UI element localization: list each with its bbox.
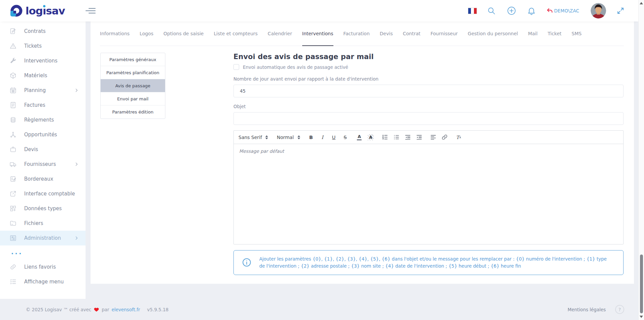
sidebar-item-materiels[interactable]: Matériels <box>0 68 86 83</box>
sidebar-item-opportunites[interactable]: Opportunités <box>0 127 86 142</box>
tab-mail[interactable]: Mail <box>528 21 537 46</box>
tab-calendrier[interactable]: Calendrier <box>268 21 292 46</box>
sidebar-item-factures[interactable]: Factures <box>0 98 86 112</box>
submenu-parametres-generaux[interactable]: Paramètres généraux <box>101 53 165 66</box>
sidebar-item-interventions[interactable]: Interventions <box>0 53 86 68</box>
submenu-parametres-planification[interactable]: Paramètres planification <box>101 66 165 79</box>
bullet-list-icon[interactable] <box>393 134 399 141</box>
logisav-logo-icon <box>10 4 23 17</box>
tab-informations[interactable]: Informations <box>100 21 129 46</box>
page-scrollbar[interactable] <box>638 0 644 320</box>
sidebar-item-bordereaux[interactable]: Bordereaux <box>0 172 86 186</box>
sidebar-more-dots[interactable]: ... <box>0 245 86 255</box>
scroll-up-arrow-icon[interactable] <box>640 2 643 4</box>
truck-icon <box>9 161 17 168</box>
submenu-envoi-par-mail[interactable]: Envoi par mail <box>101 92 165 105</box>
language-flag-icon[interactable] <box>468 8 477 14</box>
parameters-info-text: Ajouter les paramètres {0}, {1}, {2}, {3… <box>259 256 608 270</box>
text-color-icon[interactable]: A <box>356 134 363 141</box>
sidebar-item-administration[interactable]: Administration <box>0 231 86 245</box>
auto-send-checkbox[interactable] <box>233 64 239 70</box>
tab-fournisseur[interactable]: Fournisseur <box>430 21 458 46</box>
fullscreen-expand-icon[interactable] <box>615 5 626 16</box>
strikethrough-icon[interactable]: S <box>342 134 348 141</box>
tab-facturation[interactable]: Facturation <box>343 21 370 46</box>
sidebar-toggle-icon[interactable] <box>86 8 96 14</box>
clear-format-icon[interactable]: Tx <box>455 134 462 141</box>
mentions-legales-link[interactable]: Mentions légales <box>568 307 606 312</box>
heart-icon <box>94 307 99 312</box>
tab-interventions[interactable]: Interventions <box>302 21 333 46</box>
auto-send-checkbox-label: Envoi automatique des avis de passage ac… <box>243 64 348 70</box>
link-icon <box>9 263 17 271</box>
version-text: v5.9.5.18 <box>147 307 169 312</box>
coins-icon <box>9 116 17 124</box>
tab-sms[interactable]: SMS <box>572 21 582 46</box>
indent-icon[interactable] <box>416 134 422 141</box>
sidebar-item-contrats[interactable]: Contrats <box>0 24 86 39</box>
chevron-right-icon <box>74 88 79 93</box>
header-picker[interactable]: Normal <box>277 135 300 140</box>
italic-icon[interactable]: I <box>319 134 326 141</box>
calendar-icon <box>9 87 17 94</box>
help-button[interactable]: ? <box>615 305 624 314</box>
highlight-color-icon[interactable]: A <box>367 134 374 141</box>
days-before-input[interactable] <box>233 85 624 97</box>
sidebar-item-reglements[interactable]: Règlements <box>0 112 86 127</box>
outdent-icon[interactable] <box>404 134 411 141</box>
tab-ticket[interactable]: Ticket <box>548 21 561 46</box>
folder-icon <box>9 220 17 227</box>
sidebar-item-tickets[interactable]: Tickets <box>0 39 86 53</box>
sidebar-item-liens-favoris[interactable]: Liens favoris <box>0 260 86 274</box>
copyright-text: © 2025 Logisav ™ créé avec <box>26 307 91 312</box>
bold-icon[interactable]: B <box>308 134 314 141</box>
quick-add-icon[interactable] <box>506 5 517 16</box>
impersonation-undo-arrow-icon <box>546 7 553 14</box>
picker-arrows-icon <box>298 135 300 139</box>
main-content-card: Informations Logos Options de saisie Lis… <box>91 21 634 284</box>
tab-logos[interactable]: Logos <box>140 21 153 46</box>
sidebar-item-planning[interactable]: Planning <box>0 83 86 98</box>
par-text: par <box>102 307 109 312</box>
elevensoft-link[interactable]: elevensoft.fr <box>112 307 140 312</box>
ordered-list-icon[interactable] <box>381 134 388 141</box>
sidebar-item-fichiers[interactable]: Fichiers <box>0 216 86 231</box>
grid-plus-icon <box>9 205 17 212</box>
parameters-info-box: Ajouter les paramètres {0}, {1}, {2}, {3… <box>233 250 624 275</box>
submenu-parametres-edition[interactable]: Paramètres édition <box>101 105 165 119</box>
message-rich-text-editor: Sans Serif Normal B I U S A <box>233 130 624 244</box>
tab-options-de-saisie[interactable]: Options de saisie <box>163 21 204 46</box>
link-icon[interactable] <box>441 134 448 141</box>
sidebar-item-donnees-types[interactable]: Données types <box>0 201 86 216</box>
scroll-down-arrow-icon[interactable] <box>640 316 643 318</box>
subject-label: Objet <box>233 104 624 109</box>
underline-icon[interactable]: U <box>330 134 337 141</box>
tab-gestion-du-personnel[interactable]: Gestion du personnel <box>468 21 518 46</box>
search-icon[interactable] <box>486 5 497 16</box>
subject-input[interactable] <box>233 112 624 125</box>
tab-devis[interactable]: Devis <box>380 21 393 46</box>
briefcase-icon <box>9 146 17 153</box>
avatar[interactable] <box>591 3 606 18</box>
sidebar-item-devis[interactable]: Devis <box>0 142 86 157</box>
sidebar-item-affichage-menu[interactable]: Affichage menu <box>0 274 86 289</box>
submenu-avis-de-passage[interactable]: Avis de passage <box>101 79 165 92</box>
tab-liste-et-compteurs[interactable]: Liste et compteurs <box>214 21 258 46</box>
page-title: Envoi des avis de passage par mail <box>233 53 624 61</box>
footer: © 2025 Logisav ™ créé avec par elevensof… <box>0 299 638 320</box>
message-editor-body[interactable]: Message par défaut <box>234 144 623 244</box>
user-menu[interactable]: DEMO\ZAC <box>546 7 579 14</box>
user-label: DEMO\ZAC <box>554 8 579 13</box>
scrollbar-thumb[interactable] <box>640 255 643 313</box>
settings-tabs: Informations Logos Options de saisie Lis… <box>100 21 624 46</box>
invoice-icon <box>9 101 17 109</box>
align-icon[interactable] <box>430 134 436 141</box>
sidebar-item-interface-comptable[interactable]: Interface comptable <box>0 186 86 201</box>
font-picker[interactable]: Sans Serif <box>238 135 268 140</box>
tab-contrat[interactable]: Contrat <box>403 21 421 46</box>
sliders-icon <box>9 234 17 242</box>
sidebar-item-fournisseurs[interactable]: Fournisseurs <box>0 157 86 172</box>
logisav-logo[interactable]: logısav <box>10 4 65 17</box>
logo-text: logısav <box>25 5 65 17</box>
notifications-bell-icon[interactable] <box>526 5 537 16</box>
